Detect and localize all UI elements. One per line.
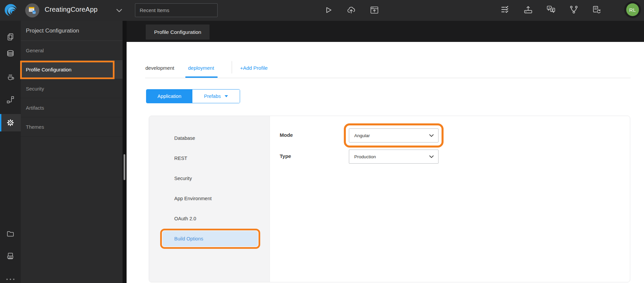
- sidebar-item-profile-configuration[interactable]: Profile Configuration: [21, 60, 123, 79]
- type-label: Type: [280, 153, 291, 159]
- more-dots-icon: [5, 278, 16, 281]
- chevron-down-icon[interactable]: [116, 9, 122, 12]
- settings-sidebar: Project Configuration General Profile Co…: [21, 21, 123, 283]
- scrollbar-thumb[interactable]: [124, 154, 125, 180]
- settings-menu: Database REST Security App Environment O…: [149, 116, 270, 282]
- checklist-button[interactable]: [500, 4, 511, 15]
- toggle-prefabs[interactable]: Prefabs: [192, 90, 240, 103]
- menu-item-rest[interactable]: REST: [163, 151, 258, 166]
- preview-button[interactable]: [369, 4, 380, 16]
- sync-button[interactable]: [591, 4, 602, 15]
- main-header: Profile Configuration: [127, 21, 644, 42]
- rail-files-button[interactable]: [0, 226, 21, 241]
- run-actions: [322, 4, 380, 16]
- profile-tab-development[interactable]: development: [145, 63, 174, 73]
- tab-divider: [232, 61, 232, 73]
- scope-toggle: Application Prefabs: [146, 89, 240, 103]
- type-select-value: Production: [354, 154, 376, 159]
- caret-down-icon: [225, 95, 228, 97]
- pages-icon: [6, 33, 15, 41]
- avatar-initials: RL: [626, 3, 639, 16]
- rail-settings-button[interactable]: [0, 115, 21, 130]
- rail-database-button[interactable]: [0, 46, 21, 61]
- sidebar-item-security[interactable]: Security: [21, 79, 123, 98]
- folder-icon: [6, 229, 15, 238]
- profile-tab-deployment[interactable]: deployment: [188, 63, 214, 73]
- wavemaker-logo-icon[interactable]: [3, 2, 19, 19]
- sidebar-item-themes[interactable]: Themes: [21, 117, 123, 136]
- mode-select-value: Angular: [354, 133, 370, 138]
- rail-pages-button[interactable]: [0, 30, 21, 44]
- sidebar-title: Project Configuration: [21, 21, 123, 41]
- settings-card: Database REST Security App Environment O…: [149, 116, 630, 282]
- sidebar-scrollbar: [123, 21, 127, 283]
- profile-configuration-panel: development deployment +Add Profile Appl…: [127, 42, 644, 283]
- deploy-button[interactable]: [346, 4, 357, 16]
- cloud-upload-icon: [346, 5, 356, 15]
- rail-apis-button[interactable]: [0, 92, 21, 107]
- menu-item-security[interactable]: Security: [163, 171, 258, 186]
- menu-item-build-options[interactable]: Build Options: [163, 231, 258, 246]
- recent-items-input[interactable]: [135, 3, 218, 17]
- translate-icon: A: [546, 5, 556, 15]
- export-icon: [523, 5, 533, 15]
- sidebar-item-general[interactable]: General: [21, 41, 123, 60]
- top-bar: CreatingCoreApp A: [0, 0, 644, 21]
- project-icon[interactable]: [25, 3, 40, 18]
- mode-select[interactable]: Angular: [349, 128, 439, 143]
- menu-item-app-environment[interactable]: App Environment: [163, 191, 258, 206]
- toggle-prefabs-label: Prefabs: [204, 94, 221, 99]
- svg-text:A: A: [548, 6, 550, 9]
- utility-actions: A: [500, 4, 602, 15]
- toggle-application[interactable]: Application: [146, 90, 192, 103]
- file-sync-icon: [592, 5, 602, 15]
- icon-rail: LOG: [0, 21, 21, 283]
- add-profile-button[interactable]: +Add Profile: [240, 63, 268, 73]
- api-flow-icon: [6, 95, 15, 104]
- export-button[interactable]: [522, 4, 534, 15]
- tabs-rule: [145, 78, 631, 78]
- sidebar-item-artifacts[interactable]: Artifacts: [21, 98, 123, 117]
- mode-label: Mode: [280, 132, 293, 138]
- log-file-icon: LOG: [6, 252, 15, 261]
- chevron-down-icon: [429, 155, 434, 158]
- type-select[interactable]: Production: [349, 150, 439, 164]
- version-control-button[interactable]: [568, 4, 580, 15]
- tab-profile-configuration[interactable]: Profile Configuration: [146, 24, 210, 40]
- database-icon: [6, 49, 15, 58]
- rail-java-button[interactable]: [0, 69, 21, 84]
- project-name[interactable]: CreatingCoreApp: [45, 6, 98, 13]
- menu-item-database[interactable]: Database: [163, 130, 258, 146]
- localization-button[interactable]: A: [545, 4, 557, 15]
- chevron-down-icon: [429, 134, 434, 137]
- run-button[interactable]: [322, 4, 334, 16]
- settings-gear-icon: [6, 118, 15, 127]
- app-window: CreatingCoreApp A: [0, 0, 644, 283]
- java-services-icon: [6, 72, 15, 81]
- rail-more-button[interactable]: [0, 272, 21, 283]
- menu-item-oauth[interactable]: OAuth 2.0: [163, 211, 258, 226]
- checklist-icon: [500, 5, 510, 15]
- window-open-icon: [369, 5, 379, 15]
- rail-logs-button[interactable]: LOG: [0, 249, 21, 264]
- svg-text:LOG: LOG: [9, 257, 12, 258]
- branch-icon: [569, 5, 579, 15]
- user-avatar[interactable]: RL: [624, 1, 641, 18]
- main-area: Profile Configuration development deploy…: [127, 21, 644, 283]
- play-icon: [323, 5, 333, 15]
